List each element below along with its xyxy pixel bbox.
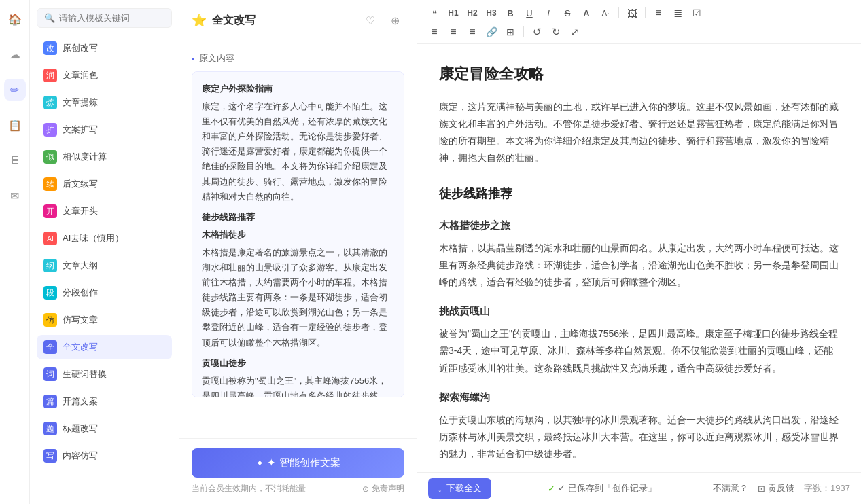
sidebar-item-ai-flavor[interactable]: AI AI去味（慎用） [37,226,172,251]
tb-unordered-list[interactable]: ≣ [669,4,686,22]
sidebar-item-continuation[interactable]: 续 后文续写 [37,172,172,196]
free-icon: ⊙ [362,484,369,494]
sidebar-item-segment-creation[interactable]: 段 分段创作 [37,281,172,305]
tb-link[interactable]: 🔗 [482,23,500,41]
sidebar-item-original-creation[interactable]: 改 原创改写 [37,36,172,60]
sidebar-label-article-opening: 文章开头 [63,205,98,217]
tb-h3[interactable]: H3 [482,4,500,22]
sidebar-item-title-rewrite[interactable]: 题 标题改写 [37,416,172,441]
sidebar-label-segment-creation: 分段创作 [63,287,98,299]
sidebar-item-imitation[interactable]: 仿 仿写文章 [37,308,172,332]
sidebar-item-word-replace[interactable]: 词 生硬词替换 [37,362,172,386]
original-label: 原文内容 [192,52,404,65]
close-btn[interactable]: ⊕ [385,11,404,30]
original-text-para-3: 贡嘎山被称为"蜀山之王"，其主峰海拔7556米，是四川最高峰。贡嘎山地有多条经典… [202,374,394,397]
editor-footer: ↓ 下载全文 ✓ ✓ 已保存到「创作记录」 不满意？ ⊡ 贡反馈 字数：1937 [417,472,861,504]
free-label: 免责声明 [372,483,404,494]
create-button[interactable]: ✦ ✦ 智能创作文案 [192,448,404,478]
sidebar-label-word-replace: 生硬词替换 [63,368,107,380]
sidebar-label-imitation: 仿写文章 [63,314,98,326]
panel-content: 原文内容 康定户外探险指南 康定，这个名字在许多人心中可能并不陌生。这里不仅有优… [179,41,417,438]
editor-sub-gongga: 挑战贡嘎山 [439,302,839,320]
sidebar-icon-imitation: 仿 [43,313,57,327]
tb-task-list[interactable]: ☑ [688,4,705,22]
toolbar-sep-1 [618,7,619,18]
tb-fullscreen[interactable]: ⤢ [566,23,584,41]
sidebar-icon-article-refine: 炼 [43,96,57,109]
tb-underline[interactable]: U [521,4,538,22]
unsatisfied-btn[interactable]: 不满意？ [713,482,748,494]
tb-bold[interactable]: B [502,4,519,22]
tb-align-left[interactable]: ≡ [425,23,443,41]
tb-h2[interactable]: H2 [463,4,481,22]
sidebar-item-content-imitate[interactable]: 写 内容仿写 [37,444,172,468]
sidebar-icon-article-outline: 纲 [43,259,57,272]
tb-ordered-list[interactable]: ≡ [650,4,667,22]
sidebar-item-opening-copy[interactable]: 篇 开篇文案 [37,389,172,414]
sidebar-item-article-refine[interactable]: 炼 文章提炼 [37,90,172,115]
editor-sub-mugecuo: 木格措徒步之旅 [439,216,839,234]
nav-monitor[interactable]: 🖥 [4,149,26,171]
tb-bg-color[interactable]: A· [597,4,614,22]
editor-content[interactable]: 康定冒险全攻略 康定，这片充满神秘与美丽的土地，或许早已进入你的梦境。这里不仅风… [417,44,861,472]
original-text-box[interactable]: 康定户外探险指南 康定，这个名字在许多人心中可能并不陌生。这里不仅有优美的自然风… [192,71,404,397]
right-panel: ❝ H1 H2 H3 B U I S A A· 🖼 ≡ ≣ ☑ ≡ ≡ ≡ 🔗 … [417,0,861,504]
feedback-icon: ⊡ [758,484,765,494]
tb-table[interactable]: ⊞ [502,23,519,41]
favorite-btn[interactable]: ♡ [361,11,380,30]
nav-edit[interactable]: ✏ [4,79,26,101]
editor-para-mugecuo: 木格措，以其晶莹剔透的湖水和壮丽的山景而闻名。从康定出发，大约两小时车程便可抵达… [439,240,839,291]
toolbar-sep-3 [523,26,524,37]
check-icon: ✓ [548,484,555,494]
tb-align-center[interactable]: ≡ [444,23,462,41]
editor-title: 康定冒险全攻略 [439,60,839,88]
tb-align-right[interactable]: ≡ [463,23,481,41]
sidebar-label-continuation: 后文续写 [63,178,98,190]
sidebar-label-opening-copy: 开篇文案 [63,395,98,408]
editor-intro: 康定，这片充满神秘与美丽的土地，或许早已进入你的梦境。这里不仅风景如画，还有浓郁… [439,98,839,167]
saved-status: ✓ ✓ 已保存到「创作记录」 [548,482,656,494]
nav-home[interactable]: 🏠 [4,8,26,30]
original-text-h-hiking: 徒步线路推荐 [202,210,394,225]
sidebar-icon-opening-copy: 篇 [43,395,57,408]
download-button[interactable]: ↓ 下载全文 [428,478,491,499]
tb-image[interactable]: 🖼 [623,4,641,22]
tb-undo[interactable]: ↺ [528,23,546,41]
sidebar-label-ai-flavor: AI去味（慎用） [63,232,124,245]
tb-italic[interactable]: I [540,4,557,22]
nav-book[interactable]: 📋 [4,114,26,136]
tb-h1[interactable]: H1 [444,4,462,22]
sidebar-icon-ai-flavor: AI [43,232,57,245]
sidebar-item-copywriting-expand[interactable]: 扩 文案扩写 [37,118,172,142]
tb-redo[interactable]: ↻ [547,23,565,41]
panel-header-actions: ♡ ⊕ [361,11,404,30]
tb-strikethrough[interactable]: S [559,4,576,22]
nav-icon-bar: 🏠 ☁ ✏ 📋 🖥 ✉ [0,0,30,504]
original-text-title: 康定户外探险指南 [202,82,394,96]
sidebar-icon-continuation: 续 [43,177,57,191]
middle-panel: ⭐ 全文改写 ♡ ⊕ 原文内容 康定户外探险指南 康定，这个名字在许多人心中可能… [179,0,417,504]
sidebar-item-article-outline[interactable]: 纲 文章大纲 [37,253,172,278]
panel-title: ⭐ 全文改写 [192,13,256,28]
search-box[interactable]: 🔍 ✕ [37,8,172,28]
create-btn-label: ✦ 智能创作文案 [267,456,340,469]
sidebar-item-full-rewrite[interactable]: 全 全文改写 [37,335,172,359]
sidebar-item-similarity-calc[interactable]: 似 相似度计算 [37,145,172,169]
sidebar-icon-copywriting-expand: 扩 [43,123,57,137]
sidebar-item-article-opening[interactable]: 开 文章开头 [37,199,172,223]
sidebar-label-copywriting-expand: 文案扩写 [63,124,98,136]
nav-cloud[interactable]: ☁ [4,43,26,65]
download-icon: ↓ [438,484,442,494]
sidebar-icon-full-rewrite: 全 [43,340,57,354]
feedback-btn[interactable]: ⊡ 贡反馈 [758,482,794,494]
tb-font-color[interactable]: A [578,4,595,22]
energy-info: 当前会员生效期内，不消耗能量 [192,483,306,494]
toolbar-row-2: ≡ ≡ ≡ 🔗 ⊞ ↺ ↻ ⤢ [425,23,853,41]
tb-quote[interactable]: ❝ [425,4,443,22]
nav-mail[interactable]: ✉ [4,185,26,206]
free-badge: ⊙ 免责声明 [362,483,404,494]
sidebar-icon-word-replace: 词 [43,367,57,381]
toolbar-sep-2 [645,7,646,18]
sidebar-item-article-polish[interactable]: 润 文章润色 [37,63,172,88]
search-input[interactable] [59,13,173,23]
